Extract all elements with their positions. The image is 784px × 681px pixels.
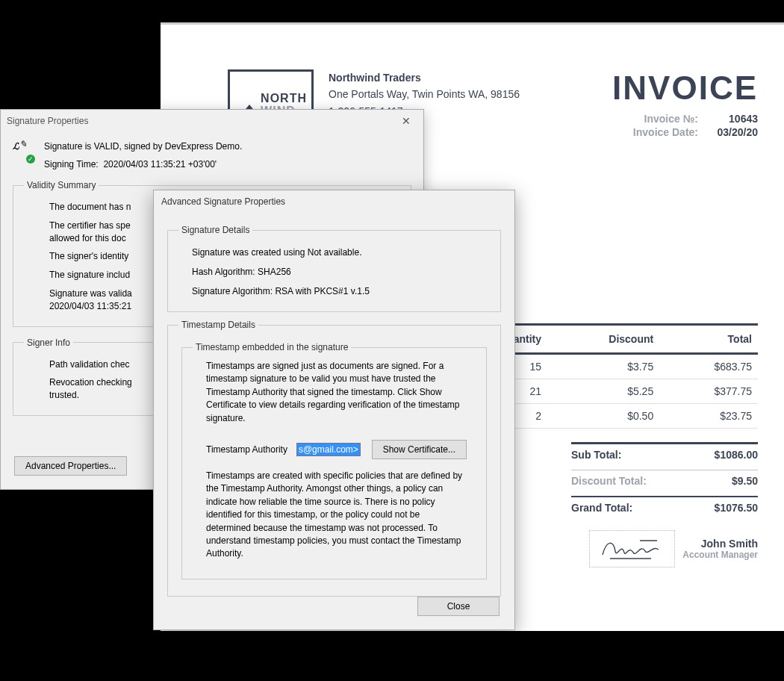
timestamp-explanation-2: Timestamps are created with specific pol…: [193, 470, 476, 568]
invoice-number-value: 10643: [698, 113, 758, 125]
timestamp-authority-label: Timestamp Authority: [206, 444, 287, 455]
logo-text-1: NORTH: [261, 92, 307, 105]
show-certificate-button[interactable]: Show Certificate...: [372, 440, 467, 459]
grand-total-value: $1076.50: [683, 496, 758, 514]
close-button[interactable]: Close: [417, 597, 500, 616]
subtotal-label: Sub Total:: [571, 442, 683, 461]
timestamp-details-legend: Timestamp Details: [178, 320, 258, 330]
discount-total-value: $9.50: [683, 470, 758, 487]
validity-summary-legend: Validity Summary: [24, 180, 99, 190]
company-name: Northwind Traders: [329, 69, 520, 86]
timestamp-explanation-1: Timestamps are signed just as documents …: [193, 360, 476, 432]
signer-role: Account Manager: [682, 550, 758, 560]
invoice-date-label: Invoice Date:: [594, 126, 698, 138]
sig-detail-line: Signature Algorithm: RSA with PKCS#1 v.1…: [178, 282, 490, 301]
close-icon[interactable]: ✕: [395, 115, 417, 127]
col-discount: Discount: [547, 325, 659, 354]
signature-status: Signature is VALID, signed by DevExpress…: [44, 141, 242, 152]
timestamp-embedded-legend: Timestamp embedded in the signature: [193, 342, 351, 352]
signature-valid-icon: ℒ✎ ✓: [13, 141, 34, 162]
signature-details-group: Signature Details Signature was created …: [167, 225, 501, 312]
grand-total-label: Grand Total:: [571, 496, 683, 514]
timestamp-details-group: Timestamp Details Timestamp embedded in …: [167, 320, 501, 597]
sig-detail-line: Signature was created using Not availabl…: [178, 243, 490, 262]
dialog-title: Signature Properties: [7, 116, 88, 126]
discount-total-label: Discount Total:: [571, 470, 683, 487]
sig-detail-line: Hash Algorithm: SHA256: [178, 262, 490, 282]
invoice-number-label: Invoice №:: [594, 113, 698, 125]
signing-time-value: 2020/04/03 11:35:21 +03'00': [103, 159, 217, 170]
invoice-title: INVOICE: [594, 69, 758, 107]
signing-time-label: Signing Time:: [44, 159, 99, 170]
dialog-titlebar[interactable]: Signature Properties ✕: [1, 110, 423, 132]
dialog-title[interactable]: Advanced Signature Properties: [154, 190, 514, 213]
timestamp-authority-value[interactable]: s@gmail.com>: [296, 443, 361, 456]
advanced-properties-button[interactable]: Advanced Properties...: [14, 456, 127, 476]
signature-image[interactable]: [589, 530, 675, 568]
col-total: Total: [659, 325, 758, 354]
signature-block: John Smith Account Manager: [589, 530, 758, 568]
signature-scribble-icon: [599, 536, 666, 562]
timestamp-embedded-group: Timestamp embedded in the signature Time…: [181, 342, 487, 579]
checkmark-icon: ✓: [26, 155, 35, 164]
invoice-date-value: 03/20/20: [698, 126, 758, 138]
company-address: One Portals Way, Twin Points WA, 98156: [329, 86, 520, 102]
advanced-signature-properties-dialog: Advanced Signature Properties Signature …: [153, 190, 515, 630]
signer-info-legend: Signer Info: [24, 338, 73, 348]
signer-name: John Smith: [682, 538, 758, 550]
subtotal-value: $1086.00: [683, 442, 758, 461]
signature-details-legend: Signature Details: [178, 225, 252, 235]
